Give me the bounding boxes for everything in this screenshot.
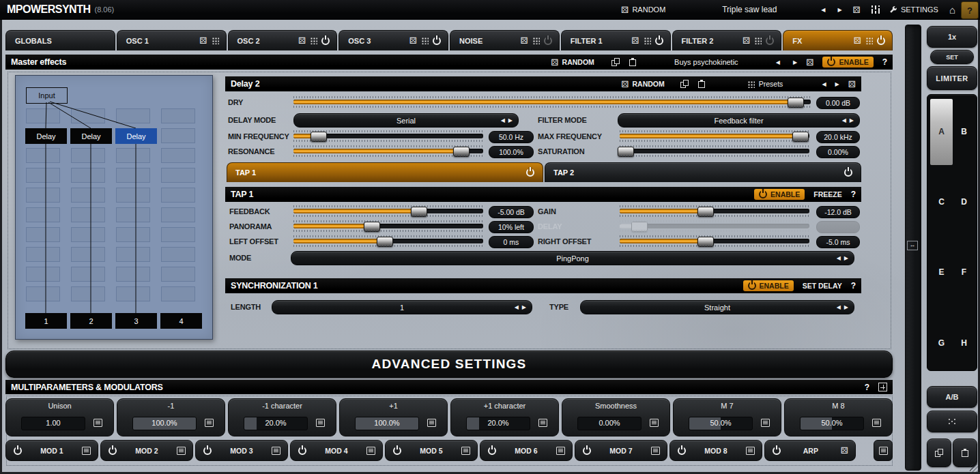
help-icon[interactable]: ?: [851, 281, 856, 291]
saturation-slider[interactable]: [620, 145, 809, 157]
prev-preset-icon[interactable]: ◀: [821, 7, 825, 13]
menu-icon[interactable]: [461, 447, 470, 455]
next-icon[interactable]: ▶: [508, 117, 513, 123]
power-icon[interactable]: [433, 37, 441, 45]
presets-grid-icon[interactable]: [212, 37, 219, 44]
multiparameter-plus1[interactable]: +1 100.0%: [339, 398, 448, 436]
copy-settings-button[interactable]: [927, 439, 951, 467]
randomize-icon[interactable]: ⚄: [848, 80, 856, 89]
menu-icon[interactable]: [366, 447, 375, 455]
prev-icon[interactable]: ◀: [501, 117, 505, 123]
card-value-box[interactable]: 20.0%: [244, 417, 308, 430]
random-dice-icon[interactable]: ⚄: [743, 36, 750, 45]
mod-3-button[interactable]: MOD 3: [195, 440, 288, 461]
slot-g[interactable]: G: [930, 338, 953, 348]
multiparameter-minus1[interactable]: -1 100.0%: [117, 398, 225, 436]
type-combo[interactable]: Straight ◀▶: [580, 300, 854, 314]
slider-thumb[interactable]: [311, 132, 327, 142]
card-value-box[interactable]: 0.00%: [577, 417, 642, 430]
gain-slider[interactable]: [620, 205, 809, 217]
slider-thumb[interactable]: [377, 237, 393, 247]
tab-noise[interactable]: NOISE ⚄: [450, 30, 560, 50]
randomize-icon[interactable]: ⚄: [806, 58, 813, 67]
saturation-value[interactable]: 0.00%: [816, 146, 860, 158]
card-value-box[interactable]: 50.0%: [800, 417, 864, 430]
power-icon[interactable]: [109, 447, 117, 455]
filter-mode-combo[interactable]: Feedback filter ◀▶: [618, 113, 860, 128]
power-icon[interactable]: [844, 168, 852, 177]
paste-icon[interactable]: [629, 58, 637, 66]
random-dice-icon[interactable]: ⚄: [520, 36, 528, 45]
set-delay-button[interactable]: SET DELAY: [803, 282, 842, 290]
tap-2-tab[interactable]: TAP 2: [545, 162, 861, 182]
resonance-value[interactable]: 100.0%: [489, 146, 534, 158]
random-dice-icon[interactable]: ⚄: [854, 36, 861, 45]
paste-settings-button[interactable]: [953, 439, 977, 467]
menu-icon[interactable]: [872, 419, 881, 427]
mod-6-button[interactable]: MOD 6: [480, 440, 573, 461]
tab-osc-1[interactable]: OSC 1 ⚄: [117, 30, 227, 50]
next-icon[interactable]: ▶: [844, 255, 848, 261]
card-value-box[interactable]: 1.00: [21, 417, 85, 430]
power-icon[interactable]: [773, 447, 781, 455]
multiparameter-m7[interactable]: M 7 50.0%: [673, 398, 781, 436]
random-dice-icon[interactable]: ⚄: [631, 36, 639, 45]
settings-button[interactable]: SETTINGS: [901, 5, 938, 14]
mod-8-button[interactable]: MOD 8: [669, 440, 762, 461]
power-icon[interactable]: [393, 447, 401, 455]
help-icon[interactable]: ?: [882, 57, 887, 67]
random-dice-icon[interactable]: ⚄: [199, 36, 207, 45]
prev-icon[interactable]: ◀: [822, 81, 826, 87]
card-value-box[interactable]: 100.0%: [132, 417, 197, 430]
left-offset-value[interactable]: 0 ms: [489, 236, 534, 248]
menu-icon[interactable]: [538, 419, 547, 427]
enable-button[interactable]: ENABLE: [754, 189, 805, 200]
max-frequency-slider[interactable]: [620, 130, 809, 142]
feedback-value[interactable]: -5.00 dB: [489, 206, 534, 218]
routing-delay-node-1[interactable]: Delay: [25, 128, 67, 144]
slider-thumb[interactable]: [697, 237, 714, 247]
next-icon[interactable]: ▶: [850, 117, 854, 123]
slot-b[interactable]: B: [953, 127, 975, 136]
slot-a[interactable]: A: [930, 127, 953, 136]
slider-thumb[interactable]: [411, 207, 427, 217]
power-icon[interactable]: [203, 447, 212, 455]
multiparameter-plus1-character[interactable]: +1 character 20.0%: [450, 398, 559, 436]
slot-c[interactable]: C: [930, 197, 953, 207]
meter-range-icon[interactable]: ↔: [907, 241, 918, 250]
random-button[interactable]: RANDOM: [632, 5, 665, 14]
power-icon[interactable]: [488, 447, 496, 455]
card-value-box[interactable]: 100.0%: [355, 417, 419, 430]
dry-value[interactable]: 0.00 dB: [816, 97, 860, 109]
menu-icon[interactable]: [651, 447, 660, 455]
power-icon[interactable]: [583, 447, 591, 455]
global-preset-name[interactable]: Triple saw lead: [705, 5, 794, 14]
tab-globals[interactable]: GLOBALS: [5, 30, 115, 50]
right-offset-value[interactable]: -5.0 ms: [816, 236, 860, 248]
menu-icon[interactable]: [272, 447, 280, 455]
slider-thumb[interactable]: [788, 98, 804, 108]
menu-icon[interactable]: [746, 447, 755, 455]
multiparameter-minus1-character[interactable]: -1 character 20.0%: [228, 398, 336, 436]
tab-osc-3[interactable]: OSC 3 ⚄: [338, 30, 448, 50]
menu-icon[interactable]: [761, 419, 770, 427]
copy-icon[interactable]: [611, 58, 620, 66]
routing-output-1[interactable]: 1: [25, 313, 67, 329]
power-icon[interactable]: [298, 447, 306, 455]
presets-grid-icon[interactable]: [754, 37, 762, 44]
next-icon[interactable]: ▶: [793, 59, 797, 65]
power-icon[interactable]: [678, 447, 686, 455]
mod-4-button[interactable]: MOD 4: [290, 440, 383, 461]
resonance-slider[interactable]: [293, 145, 483, 157]
power-icon[interactable]: [321, 37, 330, 45]
menu-icon[interactable]: [82, 447, 91, 455]
limiter-button[interactable]: LIMITER: [927, 66, 977, 90]
random-dice-icon[interactable]: ⚄: [298, 36, 306, 45]
help-icon[interactable]: ?: [851, 190, 856, 199]
wrench-icon[interactable]: [889, 5, 897, 14]
mod-7-button[interactable]: MOD 7: [575, 440, 667, 461]
slider-thumb[interactable]: [453, 147, 470, 157]
zoom-button[interactable]: 1x: [927, 26, 977, 48]
routing-output-3[interactable]: 3: [115, 313, 157, 329]
power-icon-off[interactable]: [766, 37, 774, 45]
